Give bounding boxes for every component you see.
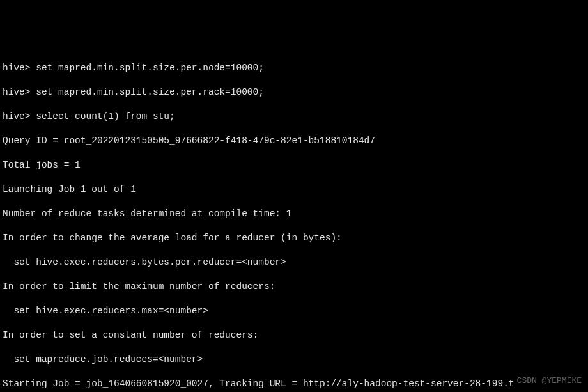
terminal-output[interactable]: hive> set mapred.min.split.size.per.node… (3, 50, 585, 392)
output-line: Number of reduce tasks determined at com… (3, 208, 585, 220)
output-line: Launching Job 1 out of 1 (3, 184, 585, 196)
output-line: In order to set a constant number of red… (3, 329, 585, 341)
output-line: Total jobs = 1 (3, 159, 585, 171)
output-line: Starting Job = job_1640660815920_0027, T… (3, 378, 585, 390)
output-line: set mapreduce.job.reduces=<number> (3, 354, 585, 366)
command-line: hive> set mapred.min.split.size.per.node… (3, 62, 585, 74)
output-line: set hive.exec.reducers.max=<number> (3, 305, 585, 317)
output-line: set hive.exec.reducers.bytes.per.reducer… (3, 256, 585, 269)
watermark: CSDN @YEPMIKE (517, 375, 582, 387)
command-line: hive> set mapred.min.split.size.per.rack… (3, 86, 585, 98)
output-line: Query ID = root_20220123150505_97666822-… (3, 135, 585, 147)
command-line: hive> select count(1) from stu; (3, 111, 585, 123)
output-line: In order to change the average load for … (3, 232, 585, 244)
output-line: In order to limit the maximum number of … (3, 281, 585, 293)
